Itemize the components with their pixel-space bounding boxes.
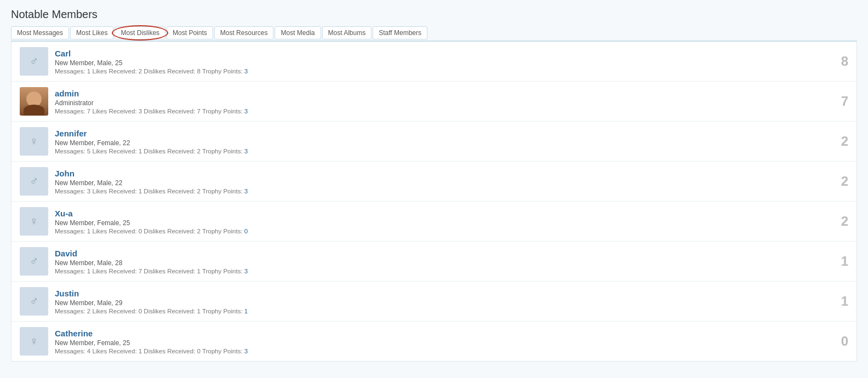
tab-most-likes[interactable]: Most Likes xyxy=(70,26,113,39)
member-row: ♂JohnNew Member, Male, 22Messages: 3 Lik… xyxy=(12,162,856,202)
member-avatar xyxy=(20,87,48,116)
member-score: 7 xyxy=(821,94,848,109)
member-score: 2 xyxy=(821,214,848,229)
male-gender-icon: ♂ xyxy=(30,54,39,68)
female-gender-icon: ♀ xyxy=(30,134,39,148)
member-avatar: ♂ xyxy=(20,47,48,76)
member-row: ♂CarlNew Member, Male, 25Messages: 1 Lik… xyxy=(12,42,856,82)
member-avatar: ♂ xyxy=(20,287,48,316)
trophy-points-link[interactable]: 1 xyxy=(244,308,248,314)
member-avatar: ♀ xyxy=(20,327,48,356)
member-info: adminAdministratorMessages: 7 Likes Rece… xyxy=(55,89,821,114)
trophy-points-link[interactable]: 0 xyxy=(244,228,248,234)
female-gender-icon: ♀ xyxy=(30,214,39,228)
member-name[interactable]: Jennifer xyxy=(55,129,821,138)
member-info: CarlNew Member, Male, 25Messages: 1 Like… xyxy=(55,49,821,75)
member-stats: Messages: 7 Likes Received: 3 Dislikes R… xyxy=(55,108,821,114)
member-stats: Messages: 5 Likes Received: 1 Dislikes R… xyxy=(55,148,821,154)
member-row: ♂JustinNew Member, Male, 29Messages: 2 L… xyxy=(12,282,856,322)
member-stats: Messages: 1 Likes Received: 7 Dislikes R… xyxy=(55,268,821,274)
member-row: ♀CatherineNew Member, Female, 25Messages… xyxy=(12,322,856,361)
tabs-bar: Most MessagesMost LikesMost DislikesMost… xyxy=(11,26,857,42)
member-avatar: ♂ xyxy=(20,247,48,276)
trophy-points-link[interactable]: 3 xyxy=(244,268,248,274)
trophy-points-link[interactable]: 3 xyxy=(244,348,248,354)
member-stats: Messages: 2 Likes Received: 0 Dislikes R… xyxy=(55,308,821,314)
tab-most-albums[interactable]: Most Albums xyxy=(322,26,372,39)
member-name[interactable]: Carl xyxy=(55,49,821,58)
trophy-points-link[interactable]: 3 xyxy=(244,68,248,75)
member-info: JenniferNew Member, Female, 22Messages: … xyxy=(55,129,821,154)
member-name[interactable]: John xyxy=(55,169,821,178)
member-avatar: ♀ xyxy=(20,127,48,156)
member-score: 0 xyxy=(821,334,848,349)
member-row: ♀JenniferNew Member, Female, 22Messages:… xyxy=(12,122,856,162)
member-info: JustinNew Member, Male, 29Messages: 2 Li… xyxy=(55,289,821,314)
member-subtitle: New Member, Female, 25 xyxy=(55,339,821,347)
member-name[interactable]: admin xyxy=(55,89,821,98)
member-info: DavidNew Member, Male, 28Messages: 1 Lik… xyxy=(55,249,821,274)
member-name[interactable]: David xyxy=(55,249,821,258)
member-name[interactable]: Justin xyxy=(55,289,821,298)
tab-most-dislikes[interactable]: Most Dislikes xyxy=(115,26,165,39)
member-stats: Messages: 4 Likes Received: 1 Dislikes R… xyxy=(55,348,821,354)
tab-staff-members[interactable]: Staff Members xyxy=(373,26,427,39)
member-subtitle: New Member, Male, 25 xyxy=(55,59,821,67)
trophy-points-link[interactable]: 3 xyxy=(244,148,248,154)
member-row: adminAdministratorMessages: 7 Likes Rece… xyxy=(12,82,856,122)
member-score: 2 xyxy=(821,134,848,149)
female-gender-icon: ♀ xyxy=(30,334,39,348)
member-subtitle: New Member, Male, 29 xyxy=(55,299,821,307)
member-name[interactable]: Xu-a xyxy=(55,209,821,218)
member-name[interactable]: Catherine xyxy=(55,329,821,338)
member-subtitle: New Member, Female, 25 xyxy=(55,219,821,227)
tab-most-points[interactable]: Most Points xyxy=(167,26,213,39)
trophy-points-link[interactable]: 3 xyxy=(244,108,248,114)
member-subtitle: New Member, Male, 28 xyxy=(55,259,821,267)
member-avatar: ♂ xyxy=(20,167,48,196)
members-list: ♂CarlNew Member, Male, 25Messages: 1 Lik… xyxy=(11,42,857,362)
tab-most-messages[interactable]: Most Messages xyxy=(11,26,69,39)
member-subtitle: New Member, Female, 22 xyxy=(55,139,821,147)
member-row: ♂DavidNew Member, Male, 28Messages: 1 Li… xyxy=(12,242,856,282)
member-score: 1 xyxy=(821,294,848,309)
member-info: Xu-aNew Member, Female, 25Messages: 1 Li… xyxy=(55,209,821,234)
male-gender-icon: ♂ xyxy=(30,254,39,268)
male-gender-icon: ♂ xyxy=(30,294,39,308)
member-score: 1 xyxy=(821,254,848,269)
member-score: 8 xyxy=(821,54,848,69)
member-score: 2 xyxy=(821,174,848,189)
trophy-points-link[interactable]: 3 xyxy=(244,188,248,194)
member-stats: Messages: 3 Likes Received: 1 Dislikes R… xyxy=(55,188,821,194)
member-subtitle: Administrator xyxy=(55,99,821,107)
member-subtitle: New Member, Male, 22 xyxy=(55,179,821,187)
member-stats: Messages: 1 Likes Received: 2 Dislikes R… xyxy=(55,68,821,75)
tab-most-media[interactable]: Most Media xyxy=(275,26,321,39)
page-container: Notable Members Most MessagesMost LikesM… xyxy=(0,0,868,370)
male-gender-icon: ♂ xyxy=(30,174,39,188)
member-stats: Messages: 1 Likes Received: 0 Dislikes R… xyxy=(55,228,821,234)
member-avatar: ♀ xyxy=(20,207,48,236)
tab-most-resources[interactable]: Most Resources xyxy=(214,26,274,39)
member-row: ♀Xu-aNew Member, Female, 25Messages: 1 L… xyxy=(12,202,856,242)
member-info: JohnNew Member, Male, 22Messages: 3 Like… xyxy=(55,169,821,194)
member-info: CatherineNew Member, Female, 25Messages:… xyxy=(55,329,821,354)
page-title: Notable Members xyxy=(11,8,857,21)
